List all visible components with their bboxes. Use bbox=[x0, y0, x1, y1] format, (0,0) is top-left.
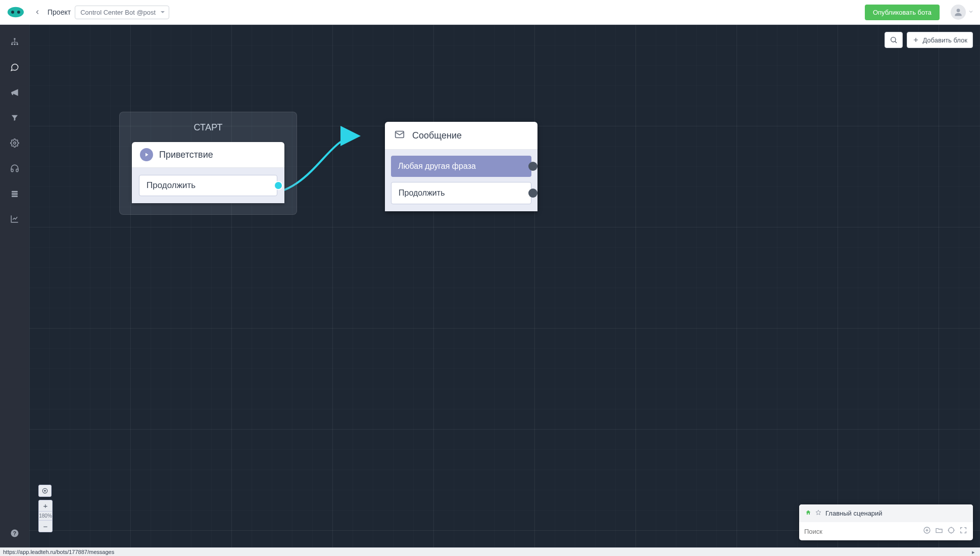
svg-point-2 bbox=[17, 11, 20, 14]
zoom-out-button[interactable]: − bbox=[39, 521, 52, 532]
svg-text:?: ? bbox=[13, 530, 16, 536]
star-icon bbox=[815, 509, 821, 517]
sidebar-item-structure[interactable] bbox=[7, 34, 23, 50]
start-group-title: СТАРТ bbox=[132, 122, 284, 133]
continue-pill: Продолжить bbox=[391, 182, 531, 204]
greeting-node-title: Приветствие bbox=[159, 150, 213, 160]
search-button[interactable] bbox=[885, 32, 903, 48]
svg-rect-9 bbox=[12, 191, 18, 193]
project-selector[interactable]: Control Center Bot @post bbox=[75, 6, 169, 19]
user-menu[interactable] bbox=[951, 5, 974, 20]
svg-point-0 bbox=[8, 7, 24, 17]
canvas-toolbar: Добавить блок bbox=[885, 32, 973, 48]
sidebar-item-analytics[interactable] bbox=[7, 211, 23, 227]
message-node-title: Сообщение bbox=[412, 130, 462, 141]
any-phrase-pill: Любая другая фраза bbox=[391, 156, 531, 177]
add-circle-icon[interactable] bbox=[922, 526, 932, 536]
flow-canvas[interactable]: Добавить блок СТАРТ Приветствие bbox=[29, 25, 980, 547]
output-port[interactable] bbox=[528, 162, 537, 171]
zoom-in-button[interactable]: + bbox=[39, 500, 52, 512]
scenario-title: Главный сценарий bbox=[825, 509, 883, 517]
sidebar-item-broadcast[interactable] bbox=[7, 84, 23, 101]
svg-rect-11 bbox=[12, 196, 18, 197]
continue-action-label: Продолжить bbox=[146, 180, 195, 190]
mail-icon bbox=[394, 129, 405, 142]
add-block-label: Добавить блок bbox=[922, 36, 967, 44]
sidebar-item-filter[interactable] bbox=[7, 110, 23, 126]
svg-point-14 bbox=[891, 37, 896, 42]
status-url: https://app.leadteh.ru/bots/177887/messa… bbox=[3, 549, 114, 555]
greeting-node-header: Приветствие bbox=[132, 142, 284, 168]
svg-point-3 bbox=[957, 9, 960, 12]
sidebar-item-support[interactable] bbox=[7, 160, 23, 176]
greeting-node[interactable]: Приветствие Продолжить bbox=[132, 142, 284, 203]
chevron-down-icon bbox=[968, 8, 974, 17]
left-sidebar: ? Сообщения bbox=[0, 25, 29, 547]
svg-point-19 bbox=[949, 528, 954, 533]
help-button[interactable]: ? bbox=[7, 525, 23, 541]
target-icon[interactable] bbox=[947, 526, 956, 536]
message-row-2[interactable]: Продолжить bbox=[391, 182, 531, 204]
message-node[interactable]: Сообщение Любая другая фраза Продолжить bbox=[385, 122, 537, 211]
back-button[interactable] bbox=[31, 6, 43, 18]
svg-rect-7 bbox=[17, 43, 18, 45]
svg-point-1 bbox=[11, 11, 14, 14]
sidebar-item-messages[interactable] bbox=[7, 59, 23, 75]
sidebar-item-settings[interactable] bbox=[7, 135, 23, 151]
message-node-header: Сообщение bbox=[385, 122, 537, 150]
svg-point-17 bbox=[44, 490, 45, 491]
locate-button[interactable] bbox=[38, 485, 52, 497]
zoom-controls: + 180% − bbox=[38, 485, 53, 532]
scroll-indicator: ▸ bbox=[972, 549, 977, 555]
status-bar: https://app.leadteh.ru/bots/177887/messa… bbox=[0, 547, 980, 556]
home-icon bbox=[805, 509, 811, 517]
svg-rect-6 bbox=[14, 43, 16, 45]
svg-point-8 bbox=[14, 142, 16, 145]
scenario-search-input[interactable] bbox=[804, 528, 919, 535]
scenario-header[interactable]: Главный сценарий bbox=[799, 504, 973, 522]
start-group[interactable]: СТАРТ Приветствие Продолжить bbox=[119, 112, 297, 215]
project-label: Проект bbox=[47, 8, 71, 16]
svg-rect-4 bbox=[14, 38, 16, 40]
fullscreen-icon[interactable] bbox=[959, 526, 968, 536]
output-port[interactable] bbox=[274, 181, 283, 190]
continue-action[interactable]: Продолжить bbox=[139, 175, 277, 196]
greeting-node-body: Продолжить bbox=[132, 168, 284, 203]
add-block-button[interactable]: Добавить блок bbox=[907, 32, 973, 48]
zoom-level: 180% bbox=[39, 512, 52, 521]
message-row-1[interactable]: Любая другая фраза bbox=[391, 156, 531, 177]
avatar bbox=[951, 5, 966, 20]
output-port[interactable] bbox=[528, 189, 537, 198]
connector-line bbox=[29, 25, 980, 547]
app-header: Проект Control Center Bot @post Опублико… bbox=[0, 0, 980, 25]
scenario-search-row bbox=[799, 522, 973, 540]
folder-icon[interactable] bbox=[935, 526, 944, 536]
scenario-panel: Главный сценарий bbox=[799, 504, 973, 540]
svg-rect-10 bbox=[12, 193, 18, 195]
svg-rect-5 bbox=[11, 43, 13, 45]
sidebar-item-database[interactable] bbox=[7, 186, 23, 202]
message-node-body: Любая другая фраза Продолжить bbox=[385, 150, 537, 211]
project-name: Control Center Bot @post bbox=[80, 9, 156, 16]
play-icon bbox=[140, 148, 153, 161]
publish-button[interactable]: Опубликовать бота bbox=[865, 5, 940, 20]
app-logo bbox=[6, 3, 25, 22]
